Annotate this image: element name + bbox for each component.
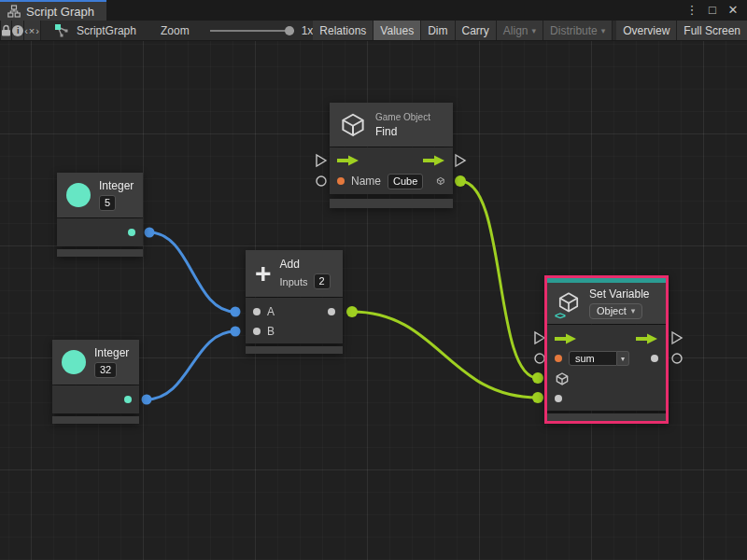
integer-value-field[interactable]: 5: [99, 195, 116, 211]
toolbar-button-values[interactable]: Values: [374, 21, 421, 40]
zoom-value: 1x: [302, 24, 314, 37]
info-icon: i: [12, 25, 23, 36]
graph-icon: [54, 23, 69, 38]
param-label: Name: [351, 175, 381, 188]
port-label-b: B: [267, 325, 275, 338]
flow-in-arrow-icon[interactable]: [555, 333, 577, 344]
tab-script-graph[interactable]: Script Graph: [0, 0, 106, 21]
node-title: Add: [280, 258, 331, 271]
integer-type-icon: [62, 350, 86, 374]
gameobject-cube-icon: [339, 111, 367, 139]
toolbar-button-fullscreen[interactable]: Full Screen: [677, 21, 747, 40]
node-title: Integer: [99, 179, 134, 192]
script-graph-window: Script Graph ⋮ □ ✕ i ‹×›: [0, 0, 747, 560]
integer-type-icon: [66, 183, 91, 207]
toolbar-button-distribute[interactable]: Distribute ▾: [543, 21, 613, 40]
code-icon: ‹×›: [24, 25, 40, 36]
inputs-label: Inputs: [280, 276, 308, 287]
set-variable-icon: <>: [557, 290, 581, 317]
tab-title: Script Graph: [26, 5, 94, 19]
variable-name-port[interactable]: [555, 355, 562, 362]
integer-value-field[interactable]: 32: [94, 362, 117, 378]
add-icon: +: [255, 261, 272, 286]
lock-button[interactable]: [1, 21, 12, 40]
value-input-port[interactable]: [555, 395, 562, 402]
close-icon[interactable]: ✕: [725, 1, 741, 20]
zoom-label: Zoom: [161, 24, 190, 37]
input-port-a[interactable]: [253, 308, 261, 315]
port-label-a: A: [267, 305, 275, 318]
graph-toolbar: i ‹×› ScriptGraph Zoom 1x Relations Valu…: [0, 21, 747, 41]
flow-out-arrow-icon[interactable]: [636, 333, 658, 344]
toolbar-middle: ScriptGraph Zoom 1x: [41, 21, 313, 40]
toolbar-button-dim[interactable]: Dim: [421, 21, 455, 40]
toolbar-button-align[interactable]: Align ▾: [497, 21, 543, 40]
lock-icon: [1, 24, 11, 36]
output-port[interactable]: [128, 229, 135, 236]
toolbar-button-relations[interactable]: Relations: [313, 21, 374, 40]
node-title: Set Variable: [589, 287, 649, 301]
chevron-down-icon[interactable]: ▾: [617, 351, 629, 366]
flow-in-arrow-icon[interactable]: [337, 155, 359, 166]
chevron-down-icon: ▾: [601, 26, 606, 35]
node-category: Game Object: [375, 112, 430, 122]
tab-bar: Script Graph ⋮ □ ✕: [0, 0, 747, 21]
gameobject-mini-cube-icon[interactable]: [436, 174, 445, 189]
node-set-variable[interactable]: <> Set Variable Object ▾: [544, 275, 669, 424]
node-integer-5[interactable]: Integer 5: [57, 173, 143, 257]
zoom-slider[interactable]: [210, 26, 294, 35]
maximize-icon[interactable]: □: [704, 1, 721, 20]
node-title: Find: [375, 125, 430, 138]
flow-out-arrow-icon[interactable]: [423, 155, 445, 166]
chevron-down-icon: ▾: [631, 304, 636, 318]
node-gameobject-find[interactable]: Game Object Find Name Cube: [330, 103, 453, 208]
gameobject-mini-cube-icon[interactable]: [555, 371, 570, 386]
variable-scope-dropdown[interactable]: Object ▾: [589, 303, 642, 319]
output-port[interactable]: [328, 308, 335, 315]
variable-name-dropdown[interactable]: sum ▾: [569, 351, 629, 366]
node-integer-32[interactable]: Integer 32: [52, 340, 139, 424]
hierarchy-icon: [7, 5, 21, 18]
toolbar-button-overview[interactable]: Overview: [616, 21, 677, 40]
graph-name: ScriptGraph: [77, 24, 136, 37]
output-port[interactable]: [124, 396, 132, 403]
output-port[interactable]: [651, 355, 658, 362]
code-badge-icon: <>: [555, 310, 565, 321]
code-preview-button[interactable]: ‹×›: [24, 21, 41, 40]
menu-icon[interactable]: ⋮: [684, 1, 700, 20]
node-title: Integer: [94, 346, 129, 359]
input-port-b[interactable]: [253, 328, 261, 335]
inputs-count-field[interactable]: 2: [314, 273, 331, 289]
toolbar-button-carry[interactable]: Carry: [456, 21, 497, 40]
name-value-field[interactable]: Cube: [388, 174, 423, 189]
chevron-down-icon: ▾: [532, 26, 537, 35]
inspect-button[interactable]: i: [12, 21, 24, 40]
window-controls: ⋮ □ ✕: [684, 0, 747, 21]
zoom-slider-handle[interactable]: [285, 26, 294, 35]
node-add[interactable]: + Add Inputs 2 A B: [246, 250, 343, 354]
name-input-port[interactable]: [337, 177, 345, 185]
